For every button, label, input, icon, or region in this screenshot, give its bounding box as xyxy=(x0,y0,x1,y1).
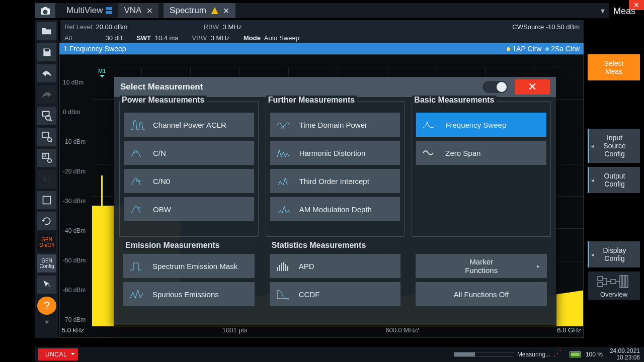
vbw-value[interactable]: 3 MHz xyxy=(211,34,230,42)
toi-icon xyxy=(275,174,292,188)
x-stop: 6.0 GHz xyxy=(557,326,581,335)
att-label: Att xyxy=(64,34,72,42)
amdepth-icon xyxy=(275,202,292,216)
app-root: ✕ MultiView VNA × Spectrum × ▾ Meas Ref … xyxy=(0,0,644,362)
tab-spectrum-close-icon[interactable]: × xyxy=(223,5,229,17)
svg-point-1 xyxy=(48,138,51,141)
undo-button[interactable] xyxy=(37,64,56,82)
help-icon[interactable]: ? xyxy=(37,297,56,315)
mode-value[interactable]: Auto Sweep xyxy=(264,34,299,42)
svg-rect-10 xyxy=(620,276,622,288)
diagram-title: 1 Frequency Sweep xyxy=(63,45,126,53)
item-spurious-emissions[interactable]: Spurious Emissions xyxy=(123,282,255,306)
gen-config-button[interactable]: GEN Config xyxy=(37,254,56,273)
item-spectrum-emission-mask[interactable]: Spectrum Emission Mask xyxy=(123,254,255,278)
svg-rect-19 xyxy=(285,264,286,271)
svg-rect-12 xyxy=(626,276,628,288)
parameter-bar: Ref Level 20.00 dBm RBW 3 MHz Att 30 dB … xyxy=(60,20,584,43)
item-channel-power-aclr[interactable]: Channel Power ACLR xyxy=(124,113,254,137)
diagram-title-bar: 1 Frequency Sweep 1AP Clrw 2Sa Clrw xyxy=(59,43,584,54)
dialog-close-button[interactable]: ✕ xyxy=(515,79,550,95)
group-statistics-measurements: Statistics Measurements APD CCDF xyxy=(266,241,405,321)
group-further-measurements: Further Measurements Time Domain Power H… xyxy=(266,101,405,237)
rbw-value[interactable]: 3 MHz xyxy=(223,23,242,31)
zspan-icon xyxy=(421,146,438,160)
tdom-icon xyxy=(275,118,292,132)
network-icon: ⋰ xyxy=(553,351,562,358)
measuring-progress xyxy=(454,352,514,357)
group-power-title: Power Measurements xyxy=(120,96,207,105)
open-file-button[interactable] xyxy=(37,22,56,40)
zoom-area-button[interactable] xyxy=(37,128,56,146)
gen-on-off-button[interactable]: GEN On/Off xyxy=(37,233,56,251)
group-basic-measurements: Basic Measurements Frequency Sweep Zero … xyxy=(412,101,551,237)
item-zero-span[interactable]: Zero Span xyxy=(416,141,546,165)
pointer-help-button[interactable]: ? xyxy=(37,276,56,294)
zoom-1to1-button[interactable]: 1:1 xyxy=(37,170,56,188)
ref-level-value[interactable]: 20.00 dBm xyxy=(96,23,128,31)
svg-rect-16 xyxy=(279,265,280,271)
refresh-button[interactable] xyxy=(37,212,56,230)
item-all-functions-off[interactable]: All Functions Off xyxy=(416,282,547,306)
redo-button[interactable] xyxy=(37,85,56,104)
swt-value[interactable]: 10.4 ms xyxy=(155,34,178,42)
uncal-indicator[interactable]: UNCAL xyxy=(38,348,78,360)
marker-flag[interactable]: M1 xyxy=(98,68,106,80)
item-apd[interactable]: APD xyxy=(270,254,401,278)
tab-overflow-caret-icon[interactable]: ▾ xyxy=(597,6,609,16)
rbw-label: RBW xyxy=(204,23,219,31)
svg-rect-17 xyxy=(281,263,282,271)
tab-spectrum[interactable]: Spectrum × xyxy=(164,3,235,18)
multiview-grid-icon[interactable] xyxy=(106,7,113,14)
input-source-config-button[interactable]: ◂Input Source Config xyxy=(588,129,640,163)
item-marker-functions[interactable]: Marker Functions▸ xyxy=(416,254,547,278)
select-meas-button[interactable]: Select Meas xyxy=(588,54,640,80)
cw-source-value: CWSource -10.50 dBm xyxy=(512,23,580,31)
ref-level-label: Ref Level xyxy=(64,23,92,31)
group-stats-title: Statistics Measurements xyxy=(270,241,401,250)
tab-bar: MultiView VNA × Spectrum × ▾ xyxy=(35,3,609,18)
zoom-multi-button[interactable] xyxy=(37,149,56,167)
aclr-icon xyxy=(129,118,146,132)
datetime: 24.09.202110:23:06 xyxy=(610,348,640,361)
multiview-label[interactable]: MultiView xyxy=(60,6,106,16)
item-harmonic-distortion[interactable]: Harmonic Distortion xyxy=(270,141,400,165)
dialog-header: Select Measurement ✕ xyxy=(114,77,556,97)
item-frequency-sweep[interactable]: Frequency Sweep xyxy=(416,113,546,137)
ccdf-icon xyxy=(275,287,292,301)
group-basic-title: Basic Measurements xyxy=(412,96,496,105)
att-value[interactable]: 30 dB xyxy=(106,34,123,42)
item-ccdf[interactable]: CCDF xyxy=(270,282,401,306)
item-cn0[interactable]: HzC/N0 xyxy=(124,169,254,193)
battery-icon xyxy=(570,351,581,357)
warning-icon xyxy=(211,7,218,14)
svg-rect-9 xyxy=(611,280,616,284)
dialog-pin-toggle[interactable] xyxy=(482,81,508,93)
item-third-order-intercept[interactable]: Third Order Intercept xyxy=(270,169,400,193)
item-cn[interactable]: C/N xyxy=(124,141,254,165)
item-time-domain-power[interactable]: Time Domain Power xyxy=(270,113,400,137)
softkey-rail: Select Meas ◂Input Source Config ◂Output… xyxy=(588,54,640,300)
zoom-magnify-button[interactable] xyxy=(37,107,56,125)
output-config-button[interactable]: ◂Output Config xyxy=(588,167,640,193)
svg-rect-0 xyxy=(42,132,49,137)
trace-legend: 1AP Clrw 2Sa Clrw xyxy=(507,45,580,53)
softkey-title: Meas xyxy=(609,6,640,17)
group-emission-measurements: Emission Measurements Spectrum Emission … xyxy=(119,241,259,321)
display-config-button[interactable]: ◂Display Config xyxy=(588,241,640,267)
item-am-modulation-depth[interactable]: AM Modulation Depth xyxy=(270,197,400,221)
svg-text:?: ? xyxy=(48,284,51,290)
overview-button[interactable]: Overview xyxy=(588,272,640,300)
svg-rect-11 xyxy=(623,276,625,288)
tab-vna[interactable]: VNA × xyxy=(118,3,158,18)
item-obw[interactable]: %OBW xyxy=(124,197,254,221)
measuring-label: Measuring... xyxy=(517,351,550,358)
select-measurement-dialog: Select Measurement ✕ Power Measurements … xyxy=(114,76,556,326)
tab-vna-close-icon[interactable]: × xyxy=(146,5,152,17)
rail-expand-icon[interactable]: ▾ xyxy=(37,318,56,326)
screenshot-button[interactable] xyxy=(35,3,55,18)
save-button[interactable] xyxy=(37,43,56,61)
fullscreen-button[interactable] xyxy=(37,191,56,209)
x-step: 600.0 MHz/ xyxy=(385,326,419,335)
tab-vna-label: VNA xyxy=(124,6,141,16)
